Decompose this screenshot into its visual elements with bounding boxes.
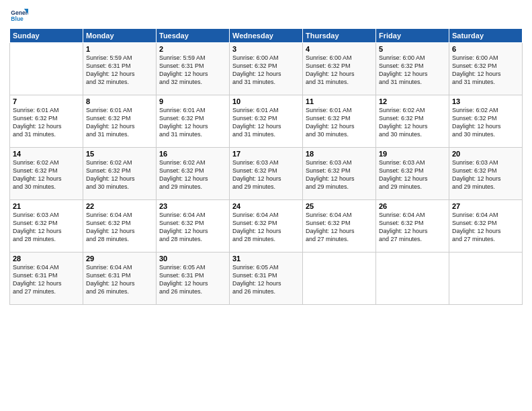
calendar-cell — [10, 43, 83, 95]
day-number: 23 — [159, 202, 226, 210]
day-number: 27 — [452, 202, 519, 210]
calendar-cell: 2Sunrise: 5:59 AMSunset: 6:31 PMDaylight… — [157, 43, 230, 95]
day-info: Sunrise: 6:04 AMSunset: 6:32 PMDaylight:… — [86, 211, 153, 244]
day-number: 18 — [306, 150, 373, 158]
day-number: 10 — [232, 97, 300, 105]
calendar-cell: 23Sunrise: 6:04 AMSunset: 6:32 PMDayligh… — [157, 200, 230, 253]
day-info: Sunrise: 5:59 AMSunset: 6:31 PMDaylight:… — [159, 54, 226, 87]
day-info: Sunrise: 6:04 AMSunset: 6:32 PMDaylight:… — [232, 211, 300, 244]
calendar-header: SundayMondayTuesdayWednesdayThursdayFrid… — [10, 29, 523, 43]
weekday-header: Thursday — [303, 29, 376, 43]
calendar-cell: 14Sunrise: 6:02 AMSunset: 6:32 PMDayligh… — [10, 148, 83, 200]
calendar-cell: 19Sunrise: 6:03 AMSunset: 6:32 PMDayligh… — [376, 148, 449, 200]
calendar-cell: 16Sunrise: 6:02 AMSunset: 6:32 PMDayligh… — [157, 148, 230, 200]
calendar-cell: 20Sunrise: 6:03 AMSunset: 6:32 PMDayligh… — [449, 148, 523, 200]
day-info: Sunrise: 6:05 AMSunset: 6:31 PMDaylight:… — [232, 263, 300, 296]
day-info: Sunrise: 6:04 AMSunset: 6:32 PMDaylight:… — [452, 211, 519, 244]
day-number: 25 — [306, 202, 373, 210]
day-info: Sunrise: 6:04 AMSunset: 6:31 PMDaylight:… — [86, 263, 153, 296]
calendar-cell: 10Sunrise: 6:01 AMSunset: 6:32 PMDayligh… — [230, 95, 303, 148]
day-number: 19 — [379, 150, 446, 158]
calendar-cell: 6Sunrise: 6:00 AMSunset: 6:32 PMDaylight… — [449, 43, 523, 95]
day-number: 5 — [379, 45, 446, 53]
logo: General Blue — [9, 7, 32, 26]
weekday-header: Wednesday — [230, 29, 303, 43]
calendar-cell: 12Sunrise: 6:02 AMSunset: 6:32 PMDayligh… — [376, 95, 449, 148]
calendar-cell — [449, 253, 523, 305]
day-number: 16 — [159, 150, 226, 158]
day-info: Sunrise: 6:03 AMSunset: 6:32 PMDaylight:… — [306, 158, 373, 191]
day-info: Sunrise: 6:01 AMSunset: 6:32 PMDaylight:… — [159, 106, 226, 139]
calendar-cell: 8Sunrise: 6:01 AMSunset: 6:32 PMDaylight… — [83, 95, 157, 148]
day-info: Sunrise: 6:00 AMSunset: 6:32 PMDaylight:… — [452, 54, 519, 87]
day-info: Sunrise: 6:01 AMSunset: 6:32 PMDaylight:… — [232, 106, 300, 139]
day-number: 29 — [86, 255, 153, 263]
day-number: 1 — [86, 45, 153, 53]
svg-text:Blue: Blue — [11, 15, 24, 22]
day-number: 30 — [159, 255, 226, 263]
day-info: Sunrise: 6:04 AMSunset: 6:32 PMDaylight:… — [306, 211, 373, 244]
day-info: Sunrise: 6:00 AMSunset: 6:32 PMDaylight:… — [306, 54, 373, 87]
weekday-header: Sunday — [10, 29, 83, 43]
day-number: 28 — [13, 255, 80, 263]
day-info: Sunrise: 6:02 AMSunset: 6:32 PMDaylight:… — [159, 158, 226, 191]
calendar-cell: 22Sunrise: 6:04 AMSunset: 6:32 PMDayligh… — [83, 200, 157, 253]
calendar-cell: 21Sunrise: 6:03 AMSunset: 6:32 PMDayligh… — [10, 200, 83, 253]
day-number: 11 — [306, 97, 373, 105]
day-info: Sunrise: 6:03 AMSunset: 6:32 PMDaylight:… — [13, 211, 80, 244]
day-info: Sunrise: 5:59 AMSunset: 6:31 PMDaylight:… — [86, 54, 153, 87]
calendar-cell — [303, 253, 376, 305]
logo-icon: General Blue — [9, 7, 28, 26]
day-info: Sunrise: 6:04 AMSunset: 6:32 PMDaylight:… — [379, 211, 446, 244]
day-info: Sunrise: 6:00 AMSunset: 6:32 PMDaylight:… — [232, 54, 300, 87]
calendar-cell: 1Sunrise: 5:59 AMSunset: 6:31 PMDaylight… — [83, 43, 157, 95]
header: General Blue — [9, 7, 523, 26]
day-info: Sunrise: 6:03 AMSunset: 6:32 PMDaylight:… — [452, 158, 519, 191]
day-number: 4 — [306, 45, 373, 53]
day-number: 8 — [86, 97, 153, 105]
calendar-cell: 31Sunrise: 6:05 AMSunset: 6:31 PMDayligh… — [230, 253, 303, 305]
calendar-cell: 7Sunrise: 6:01 AMSunset: 6:32 PMDaylight… — [10, 95, 83, 148]
calendar-cell: 3Sunrise: 6:00 AMSunset: 6:32 PMDaylight… — [230, 43, 303, 95]
calendar-cell: 4Sunrise: 6:00 AMSunset: 6:32 PMDaylight… — [303, 43, 376, 95]
calendar-cell: 17Sunrise: 6:03 AMSunset: 6:32 PMDayligh… — [230, 148, 303, 200]
day-info: Sunrise: 6:02 AMSunset: 6:32 PMDaylight:… — [379, 106, 446, 139]
calendar-cell: 5Sunrise: 6:00 AMSunset: 6:32 PMDaylight… — [376, 43, 449, 95]
calendar-table: SundayMondayTuesdayWednesdayThursdayFrid… — [9, 28, 523, 305]
calendar-cell: 9Sunrise: 6:01 AMSunset: 6:32 PMDaylight… — [157, 95, 230, 148]
day-number: 2 — [159, 45, 226, 53]
calendar-cell: 26Sunrise: 6:04 AMSunset: 6:32 PMDayligh… — [376, 200, 449, 253]
weekday-header: Monday — [83, 29, 157, 43]
day-info: Sunrise: 6:04 AMSunset: 6:32 PMDaylight:… — [159, 211, 226, 244]
calendar-cell: 13Sunrise: 6:02 AMSunset: 6:32 PMDayligh… — [449, 95, 523, 148]
calendar-cell: 30Sunrise: 6:05 AMSunset: 6:31 PMDayligh… — [157, 253, 230, 305]
day-info: Sunrise: 6:02 AMSunset: 6:32 PMDaylight:… — [452, 106, 519, 139]
weekday-header: Saturday — [449, 29, 523, 43]
day-number: 3 — [232, 45, 300, 53]
day-info: Sunrise: 6:00 AMSunset: 6:32 PMDaylight:… — [379, 54, 446, 87]
day-number: 12 — [379, 97, 446, 105]
day-info: Sunrise: 6:04 AMSunset: 6:31 PMDaylight:… — [13, 263, 80, 296]
day-info: Sunrise: 6:02 AMSunset: 6:32 PMDaylight:… — [86, 158, 153, 191]
day-info: Sunrise: 6:05 AMSunset: 6:31 PMDaylight:… — [159, 263, 226, 296]
day-number: 31 — [232, 255, 300, 263]
day-number: 7 — [13, 97, 80, 105]
day-number: 24 — [232, 202, 300, 210]
calendar-cell: 27Sunrise: 6:04 AMSunset: 6:32 PMDayligh… — [449, 200, 523, 253]
day-number: 15 — [86, 150, 153, 158]
weekday-header: Friday — [376, 29, 449, 43]
day-number: 17 — [232, 150, 300, 158]
day-info: Sunrise: 6:03 AMSunset: 6:32 PMDaylight:… — [379, 158, 446, 191]
calendar-cell: 24Sunrise: 6:04 AMSunset: 6:32 PMDayligh… — [230, 200, 303, 253]
calendar-cell: 29Sunrise: 6:04 AMSunset: 6:31 PMDayligh… — [83, 253, 157, 305]
calendar-cell: 18Sunrise: 6:03 AMSunset: 6:32 PMDayligh… — [303, 148, 376, 200]
day-number: 9 — [159, 97, 226, 105]
calendar-container: General Blue SundayMondayTuesdayWednesda… — [0, 0, 532, 312]
calendar-cell — [376, 253, 449, 305]
day-info: Sunrise: 6:03 AMSunset: 6:32 PMDaylight:… — [232, 158, 300, 191]
day-info: Sunrise: 6:01 AMSunset: 6:32 PMDaylight:… — [86, 106, 153, 139]
calendar-cell: 11Sunrise: 6:01 AMSunset: 6:32 PMDayligh… — [303, 95, 376, 148]
weekday-header: Tuesday — [157, 29, 230, 43]
day-info: Sunrise: 6:01 AMSunset: 6:32 PMDaylight:… — [306, 106, 373, 139]
day-info: Sunrise: 6:01 AMSunset: 6:32 PMDaylight:… — [13, 106, 80, 139]
